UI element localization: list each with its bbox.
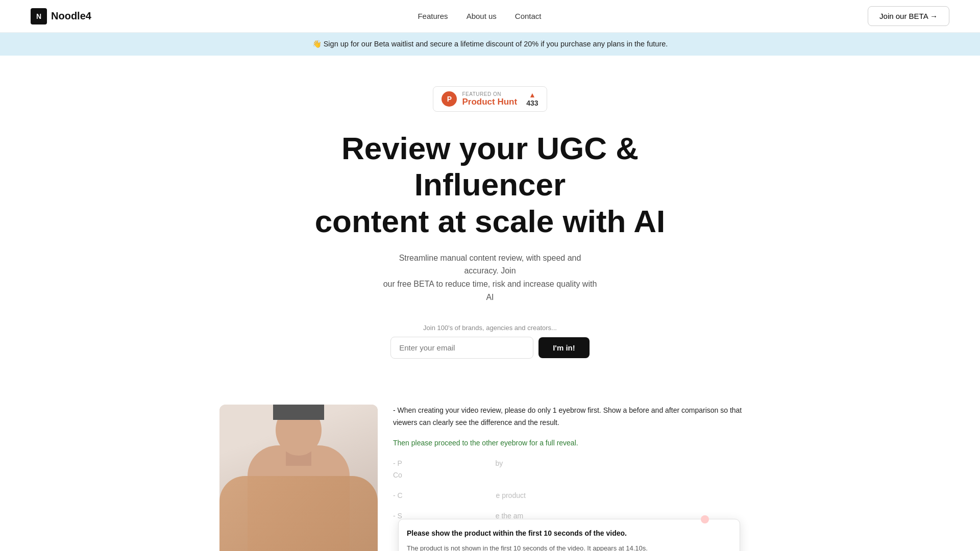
review-with-tooltip: - P byCo - C e product - S e the am xyxy=(393,458,761,522)
hero-headline: Review your UGC & Influencer content at … xyxy=(311,130,669,239)
email-form-label: Join 100's of brands, agencies and creat… xyxy=(10,324,970,332)
product-hunt-logo: P xyxy=(442,91,457,107)
review-line-2: Then please proceed to the other eyebrow… xyxy=(393,437,761,449)
promo-banner: 👋 Sign up for our Beta waitlist and secu… xyxy=(0,33,980,56)
hero-subtext: Streamline manual content review, with s… xyxy=(383,252,597,304)
nav-features[interactable]: Features xyxy=(418,12,448,20)
product-hunt-text: FEATURED ON Product Hunt xyxy=(462,91,517,107)
nav-contact[interactable]: Contact xyxy=(515,12,542,20)
ph-vote-count: 433 xyxy=(526,99,538,107)
review-line-4: - C e product xyxy=(393,490,761,502)
video-thumbnail xyxy=(219,405,378,551)
tooltip-body: The product is not shown in the first 10… xyxy=(407,543,731,551)
banner-text: 👋 Sign up for our Beta waitlist and secu… xyxy=(312,40,668,48)
subtext-line1: Streamline manual content review, with s… xyxy=(399,254,581,276)
email-input[interactable] xyxy=(390,337,533,359)
submit-button[interactable]: I'm in! xyxy=(538,337,590,358)
review-line-3: - P byCo xyxy=(393,458,761,482)
ph-arrow-icon: ▲ xyxy=(529,91,536,99)
video-panel: Co 05:34 xyxy=(219,405,378,551)
demo-section: Co 05:34 - When creating your video revi… xyxy=(209,405,771,551)
tooltip-indicator xyxy=(701,515,709,523)
headline-line2: content at scale with AI xyxy=(315,204,666,239)
ph-votes: ▲ 433 xyxy=(526,91,538,107)
hero-section: P FEATURED ON Product Hunt ▲ 433 Review … xyxy=(0,56,980,379)
headline-line1: Review your UGC & Influencer xyxy=(341,131,639,202)
tooltip-header: Please show the product within the first… xyxy=(407,528,731,540)
logo: N Noodle4 xyxy=(31,8,91,24)
logo-box: N xyxy=(31,8,47,24)
ph-featured-label: FEATURED ON xyxy=(462,91,501,97)
email-signup-form: I'm in! xyxy=(10,337,970,359)
product-hunt-badge[interactable]: P FEATURED ON Product Hunt ▲ 433 xyxy=(433,86,547,112)
navbar: N Noodle4 Features About us Contact Join… xyxy=(0,0,980,33)
tooltip-popup: Please show the product within the first… xyxy=(398,519,740,551)
nav-about[interactable]: About us xyxy=(467,12,497,20)
logo-letter: N xyxy=(36,12,41,20)
review-panel: - When creating your video review, pleas… xyxy=(378,405,761,551)
review-line-1: - When creating your video review, pleas… xyxy=(393,405,761,429)
join-beta-button[interactable]: Join our BETA → xyxy=(868,6,949,26)
ph-name-label: Product Hunt xyxy=(462,97,517,107)
logo-text: Noodle4 xyxy=(51,10,91,22)
subtext-line2: our free BETA to reduce time, risk and i… xyxy=(383,280,597,302)
nav-links: Features About us Contact xyxy=(418,12,541,20)
